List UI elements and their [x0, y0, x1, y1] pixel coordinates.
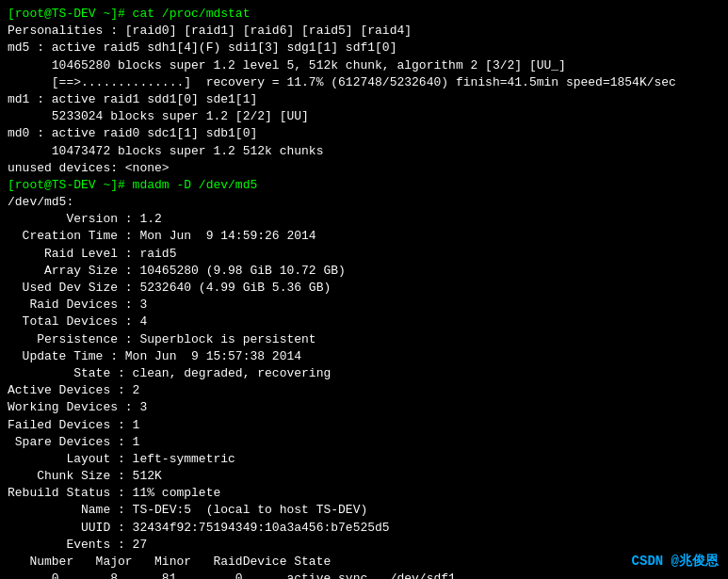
terminal-line: Spare Devices : 1	[8, 434, 720, 451]
terminal-line: UUID : 32434f92:75194349:10a3a456:b7e525…	[8, 520, 720, 537]
terminal-line: md5 : active raid5 sdh1[4](F) sdi1[3] sd…	[8, 40, 720, 56]
watermark: CSDN @兆俊恩	[632, 553, 719, 571]
terminal-line: md1 : active raid1 sdd1[0] sde1[1]	[8, 91, 720, 108]
terminal-line: Array Size : 10465280 (9.98 GiB 10.72 GB…	[8, 263, 720, 280]
terminal-line: Used Dev Size : 5232640 (4.99 GiB 5.36 G…	[8, 280, 720, 297]
terminal-line: Raid Level : raid5	[8, 246, 720, 263]
terminal-line: Events : 27	[8, 537, 720, 554]
terminal: [root@TS-DEV ~]# cat /proc/mdstatPersona…	[0, 0, 728, 579]
terminal-line: unused devices: <none>	[8, 160, 720, 177]
terminal-line: Layout : left-symmetric	[8, 451, 720, 468]
terminal-line: Chunk Size : 512K	[8, 468, 720, 485]
terminal-line: 0 8 81 0 active sync /dev/sdf1	[8, 571, 720, 579]
terminal-line: Version : 1.2	[8, 211, 720, 228]
terminal-line: Working Devices : 3	[8, 399, 720, 416]
terminal-line: md0 : active raid0 sdc1[1] sdb1[0]	[8, 125, 720, 142]
terminal-line: Update Time : Mon Jun 9 15:57:38 2014	[8, 348, 720, 365]
terminal-line: 5233024 blocks super 1.2 [2/2] [UU]	[8, 108, 720, 125]
terminal-line: Persistence : Superblock is persistent	[8, 331, 720, 348]
terminal-line: [root@TS-DEV ~]# mdadm -D /dev/md5	[8, 177, 720, 194]
terminal-line: Active Devices : 2	[8, 382, 720, 399]
terminal-line: Number Major Minor RaidDevice State	[8, 554, 720, 571]
terminal-line: State : clean, degraded, recovering	[8, 365, 720, 382]
terminal-line: [==>..............] recovery = 11.7% (61…	[8, 74, 720, 91]
terminal-line: [root@TS-DEV ~]# cat /proc/mdstat	[8, 6, 720, 23]
terminal-line: Total Devices : 4	[8, 314, 720, 330]
terminal-line: 10473472 blocks super 1.2 512k chunks	[8, 143, 720, 160]
terminal-line: Name : TS-DEV:5 (local to host TS-DEV)	[8, 502, 720, 519]
terminal-line: Raid Devices : 3	[8, 297, 720, 314]
terminal-line: /dev/md5:	[8, 194, 720, 211]
terminal-line: Rebuild Status : 11% complete	[8, 485, 720, 502]
terminal-line: Failed Devices : 1	[8, 417, 720, 434]
terminal-line: Personalities : [raid0] [raid1] [raid6] …	[8, 23, 720, 40]
terminal-line: 10465280 blocks super 1.2 level 5, 512k …	[8, 57, 720, 74]
terminal-line: Creation Time : Mon Jun 9 14:59:26 2014	[8, 228, 720, 245]
